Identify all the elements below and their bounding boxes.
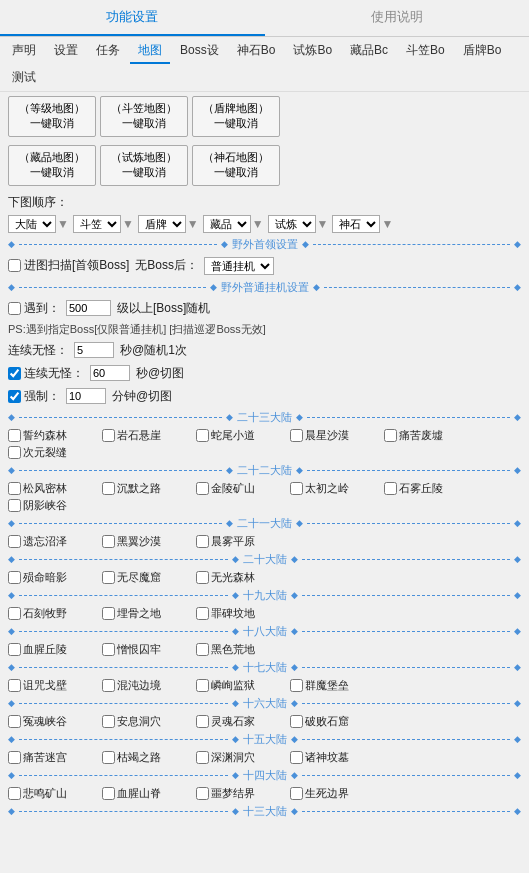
map-item: 埋骨之地 <box>102 606 192 621</box>
tab-boss-settings[interactable]: Boss设 <box>172 39 227 64</box>
map-checkbox[interactable] <box>290 679 303 692</box>
tab-tasks[interactable]: 任务 <box>88 39 128 64</box>
map-checkbox[interactable] <box>196 607 209 620</box>
map-checkbox[interactable] <box>196 787 209 800</box>
map-checkbox[interactable] <box>8 499 21 512</box>
boss-scan-select[interactable]: 普通挂机 退出 <box>204 257 274 275</box>
map-item: 黑色荒地 <box>196 642 286 657</box>
map-checkbox[interactable] <box>8 571 21 584</box>
map-item: 枯竭之路 <box>102 750 192 765</box>
map-checkbox[interactable] <box>8 482 21 495</box>
map-btn-level[interactable]: （等级地图） 一键取消 <box>8 96 96 137</box>
map-checkbox[interactable] <box>196 571 209 584</box>
random-boss-value[interactable] <box>66 300 111 316</box>
map-checkbox[interactable] <box>8 643 21 656</box>
map-btn-spirit[interactable]: （神石地图） 一键取消 <box>192 145 280 186</box>
map-button-group: （等级地图） 一键取消 （斗笠地图） 一键取消 （盾牌地图） 一键取消 <box>0 92 529 141</box>
map-checkbox[interactable] <box>8 787 21 800</box>
map-checkbox[interactable] <box>102 535 115 548</box>
map-item: 晨星沙漠 <box>290 428 380 443</box>
tab-usage-instructions[interactable]: 使用说明 <box>265 0 530 36</box>
map-item: 誓约森林 <box>8 428 98 443</box>
select-trial[interactable]: 试炼 <box>268 215 316 233</box>
continent16-maps: 冤魂峡谷 安息洞穴 灵魂石家 破败石窟 <box>0 713 529 730</box>
boss-scan-checkbox-label[interactable]: 进图扫描[首领Boss] <box>8 257 129 274</box>
map-checkbox[interactable] <box>102 643 115 656</box>
continent17-title: 十七大陆 <box>243 660 287 675</box>
map-checkbox[interactable] <box>290 429 303 442</box>
continuous-value[interactable] <box>90 365 130 381</box>
map-checkbox[interactable] <box>196 679 209 692</box>
tab-settings[interactable]: 设置 <box>46 39 86 64</box>
map-checkbox[interactable] <box>8 751 21 764</box>
map-item: 金陵矿山 <box>196 481 286 496</box>
tab-trial-boss[interactable]: 试炼Bo <box>285 39 340 64</box>
map-checkbox[interactable] <box>102 751 115 764</box>
map-checkbox[interactable] <box>8 429 21 442</box>
tab-test[interactable]: 测试 <box>4 66 44 89</box>
select-shield[interactable]: 盾牌 <box>138 215 186 233</box>
map-checkbox[interactable] <box>102 679 115 692</box>
random-boss-checkbox[interactable] <box>8 302 21 315</box>
continuous-checkbox-label[interactable]: 连续无怪： <box>8 365 84 382</box>
map-checkbox[interactable] <box>102 482 115 495</box>
map-item: 憎恨囚牢 <box>102 642 192 657</box>
map-checkbox[interactable] <box>196 751 209 764</box>
map-btn-collection[interactable]: （藏品地图） 一键取消 <box>8 145 96 186</box>
map-checkbox[interactable] <box>8 607 21 620</box>
continent23-title: 二十三大陆 <box>237 410 292 425</box>
force-label: 强制： <box>24 388 60 405</box>
dropdown-collection: 藏品 ▼ <box>203 215 264 233</box>
tab-declaration[interactable]: 声明 <box>4 39 44 64</box>
continuous-label: 连续无怪： <box>24 365 84 382</box>
map-checkbox[interactable] <box>290 787 303 800</box>
select-collection[interactable]: 藏品 <box>203 215 251 233</box>
map-checkbox[interactable] <box>196 429 209 442</box>
map-checkbox[interactable] <box>384 482 397 495</box>
map-checkbox[interactable] <box>102 715 115 728</box>
map-btn-trial[interactable]: （试炼地图） 一键取消 <box>100 145 188 186</box>
tab-map[interactable]: 地图 <box>130 39 170 64</box>
force-checkbox[interactable] <box>8 390 21 403</box>
tab-collection-boss[interactable]: 藏品Bc <box>342 39 396 64</box>
continent18-title: 十八大陆 <box>243 624 287 639</box>
map-checkbox[interactable] <box>8 446 21 459</box>
map-checkbox[interactable] <box>102 429 115 442</box>
map-item: 安息洞穴 <box>102 714 192 729</box>
map-item: 黑翼沙漠 <box>102 534 192 549</box>
map-checkbox[interactable] <box>102 787 115 800</box>
boss-scan-checkbox[interactable] <box>8 259 21 272</box>
continent16-title: 十六大陆 <box>243 696 287 711</box>
combo-value[interactable] <box>74 342 114 358</box>
continuous-checkbox[interactable] <box>8 367 21 380</box>
map-checkbox[interactable] <box>8 679 21 692</box>
force-checkbox-label[interactable]: 强制： <box>8 388 60 405</box>
map-btn-hat[interactable]: （斗笠地图） 一键取消 <box>100 96 188 137</box>
continent20-header: ◆ ◆ 二十大陆 ◆ ◆ <box>0 550 529 569</box>
map-checkbox[interactable] <box>196 715 209 728</box>
random-boss-checkbox-label[interactable]: 遇到： <box>8 300 60 317</box>
map-checkbox[interactable] <box>102 571 115 584</box>
force-value[interactable] <box>66 388 106 404</box>
map-checkbox[interactable] <box>196 535 209 548</box>
tab-spirit-stone-boss[interactable]: 神石Bo <box>229 39 284 64</box>
map-checkbox[interactable] <box>290 751 303 764</box>
map-checkbox[interactable] <box>102 607 115 620</box>
map-checkbox[interactable] <box>196 482 209 495</box>
map-item: 次元裂缝 <box>8 445 98 460</box>
map-btn-shield[interactable]: （盾牌地图） 一键取消 <box>192 96 280 137</box>
map-checkbox[interactable] <box>290 482 303 495</box>
tab-function-settings[interactable]: 功能设置 <box>0 0 265 36</box>
map-item: 灵魂石家 <box>196 714 286 729</box>
map-checkbox[interactable] <box>290 715 303 728</box>
tab-shield-boss[interactable]: 盾牌Bo <box>455 39 510 64</box>
order-label-row: 下图顺序： <box>0 190 529 213</box>
select-spirit[interactable]: 神石 <box>332 215 380 233</box>
select-hat[interactable]: 斗笠 <box>73 215 121 233</box>
select-continent[interactable]: 大陆 <box>8 215 56 233</box>
map-checkbox[interactable] <box>8 535 21 548</box>
map-checkbox[interactable] <box>196 643 209 656</box>
map-checkbox[interactable] <box>8 715 21 728</box>
tab-hat-boss[interactable]: 斗笠Bo <box>398 39 453 64</box>
map-checkbox[interactable] <box>384 429 397 442</box>
